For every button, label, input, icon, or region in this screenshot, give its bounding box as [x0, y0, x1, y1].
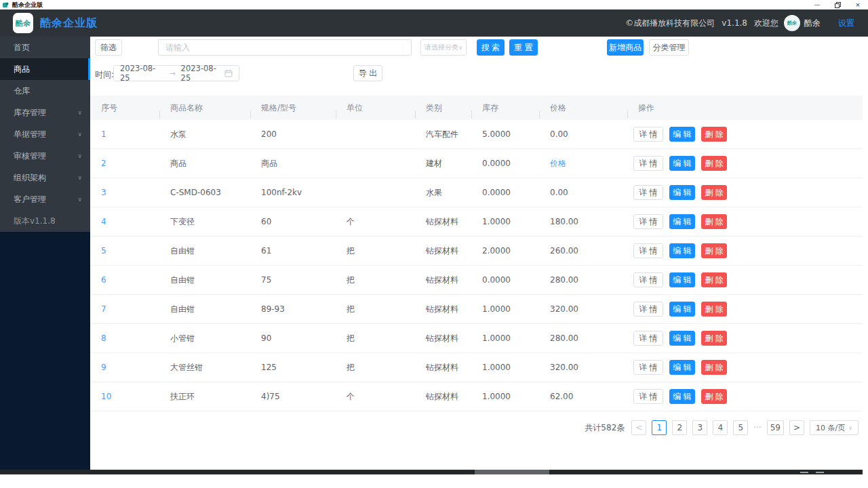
cell-price: 62.00 — [539, 392, 627, 401]
sidebar-item-3[interactable]: 库存管理∨ — [0, 102, 90, 123]
cell-no[interactable]: 1 — [90, 129, 159, 139]
prev-page-button[interactable]: < — [631, 420, 646, 435]
sidebar-item-8[interactable]: 版本v1.1.8 — [0, 210, 90, 232]
cell-name: 水泵 — [159, 129, 250, 140]
cell-name: 小管钳 — [159, 333, 250, 344]
cell-actions: 详 情编 辑删 除 — [627, 243, 863, 258]
delete-button[interactable]: 删 除 — [701, 360, 727, 375]
page-size-select[interactable]: 10 条/页 ∨ — [810, 420, 859, 435]
cell-unit: 把 — [336, 245, 415, 257]
column-header-6: 价格 — [539, 102, 627, 114]
filter-button[interactable]: 筛选 — [95, 39, 122, 56]
detail-button[interactable]: 详 情 — [633, 302, 663, 317]
detail-button[interactable]: 详 情 — [633, 272, 663, 287]
edit-button[interactable]: 编 辑 — [669, 243, 695, 258]
export-button[interactable]: 导 出 — [353, 65, 382, 81]
delete-button[interactable]: 删 除 — [701, 272, 727, 287]
edit-button[interactable]: 编 辑 — [669, 360, 695, 375]
copyright-text: ©成都播放科技有限公司 — [625, 18, 715, 29]
horizontal-scrollbar[interactable] — [0, 470, 863, 474]
reset-button[interactable]: 重 置 — [509, 39, 538, 56]
cell-price: 0.00 — [539, 188, 627, 197]
maximize-icon[interactable] — [827, 0, 848, 9]
edit-button[interactable]: 编 辑 — [669, 389, 695, 404]
cell-no[interactable]: 4 — [90, 217, 159, 226]
cell-no[interactable]: 10 — [90, 392, 159, 401]
detail-button[interactable]: 详 情 — [633, 185, 663, 200]
page-button-5[interactable]: 5 — [733, 420, 748, 435]
table-row: 8小管钳90把钻探材料1.0000280.00详 情编 辑删 除 — [90, 324, 863, 353]
welcome-text: 欢迎您 — [754, 18, 778, 29]
category-manage-button[interactable]: 分类管理 — [649, 39, 689, 56]
add-product-button[interactable]: 新增商品 — [607, 39, 644, 56]
edit-button[interactable]: 编 辑 — [669, 214, 695, 229]
cell-no[interactable]: 3 — [90, 188, 159, 197]
delete-button[interactable]: 删 除 — [701, 302, 727, 317]
sidebar-item-0[interactable]: 首页 — [0, 37, 90, 58]
detail-button[interactable]: 详 情 — [633, 127, 663, 142]
cell-no[interactable]: 8 — [90, 333, 159, 343]
category-select[interactable]: 请选择分类 ∨ — [420, 39, 467, 56]
cell-price: 280.00 — [539, 333, 627, 343]
detail-button[interactable]: 详 情 — [633, 156, 663, 171]
sidebar-item-6[interactable]: 组织架构∨ — [0, 167, 90, 188]
date-end: 2023-08-25 — [181, 64, 224, 83]
cell-stock: 5.0000 — [471, 129, 539, 139]
cell-no[interactable]: 9 — [90, 363, 159, 372]
page-button-3[interactable]: 3 — [692, 420, 707, 435]
sidebar-item-4[interactable]: 单据管理∨ — [0, 123, 90, 145]
detail-button[interactable]: 详 情 — [633, 360, 663, 375]
edit-button[interactable]: 编 辑 — [669, 127, 695, 142]
page-button-59[interactable]: 59 — [767, 420, 784, 435]
delete-button[interactable]: 删 除 — [701, 389, 727, 404]
scrollbar-thumb[interactable] — [475, 470, 549, 474]
delete-button[interactable]: 删 除 — [701, 156, 727, 171]
cell-no[interactable]: 2 — [90, 159, 159, 168]
delete-button[interactable]: 删 除 — [701, 185, 727, 200]
page-button-4[interactable]: 4 — [713, 420, 728, 435]
sidebar-item-5[interactable]: 审核管理∨ — [0, 145, 90, 167]
delete-button[interactable]: 删 除 — [701, 127, 727, 142]
edit-button[interactable]: 编 辑 — [669, 331, 695, 346]
edit-button[interactable]: 编 辑 — [669, 302, 695, 317]
edit-button[interactable]: 编 辑 — [669, 272, 695, 287]
cell-spec: 61 — [250, 246, 336, 256]
delete-button[interactable]: 删 除 — [701, 243, 727, 258]
sidebar-item-1[interactable]: 商品 — [0, 58, 90, 80]
page-size-value: 10 条/页 — [816, 423, 845, 433]
cell-category: 钻探材料 — [415, 391, 471, 403]
settings-link[interactable]: 设置 — [838, 18, 854, 29]
avatar[interactable]: 酷余 — [784, 15, 800, 31]
table-row: 3C-SMD-0603100nf-2kv水果0.00000.00详 情编 辑删 … — [90, 178, 863, 207]
page-button-1[interactable]: 1 — [652, 420, 667, 435]
search-input[interactable] — [158, 39, 412, 56]
search-button[interactable]: 搜 索 — [477, 39, 505, 56]
edit-button[interactable]: 编 辑 — [669, 156, 695, 171]
column-header-5: 库存 — [471, 102, 539, 114]
cell-name: 下变径 — [159, 216, 250, 228]
minimize-icon[interactable]: — — [807, 0, 827, 9]
edit-button[interactable]: 编 辑 — [669, 185, 695, 200]
delete-button[interactable]: 删 除 — [701, 331, 727, 346]
app-window-icon — [3, 2, 9, 8]
sidebar-item-label: 首页 — [14, 42, 30, 54]
cell-no[interactable]: 7 — [90, 304, 159, 314]
detail-button[interactable]: 详 情 — [633, 243, 663, 258]
page-button-2[interactable]: 2 — [672, 420, 687, 435]
delete-button[interactable]: 删 除 — [701, 214, 727, 229]
detail-button[interactable]: 详 情 — [633, 331, 663, 346]
date-range-picker[interactable]: 2023-08-25 → 2023-08-25 — [113, 65, 239, 81]
next-page-button[interactable]: > — [789, 420, 804, 435]
close-icon[interactable]: × — [848, 0, 868, 9]
sidebar-item-2[interactable]: 仓库 — [0, 80, 90, 102]
detail-button[interactable]: 详 情 — [633, 389, 663, 404]
table-row: 10扶正环4)75个钻探材料1.000062.00详 情编 辑删 除 — [90, 382, 863, 411]
cell-price[interactable]: 价格 — [539, 158, 627, 169]
product-table: 序号商品名称规格/型号单位类别库存价格操作 1水泵200汽车配件5.00000.… — [90, 96, 863, 411]
cell-no[interactable]: 5 — [90, 246, 159, 256]
pagination-ellipsis[interactable]: ··· — [753, 420, 761, 435]
cell-no[interactable]: 6 — [90, 275, 159, 285]
sidebar-item-7[interactable]: 客户管理∨ — [0, 188, 90, 210]
detail-button[interactable]: 详 情 — [633, 214, 663, 229]
date-start: 2023-08-25 — [120, 64, 163, 83]
